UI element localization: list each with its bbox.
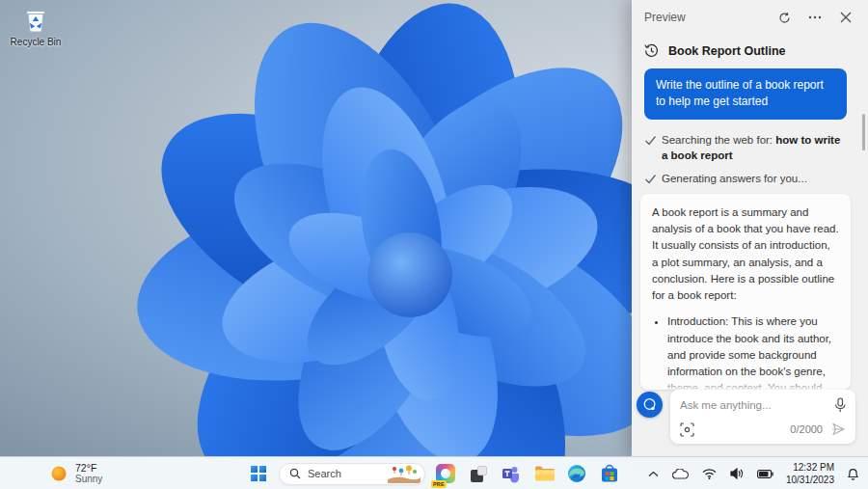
bell-icon <box>847 467 859 480</box>
volume-button[interactable] <box>727 465 746 482</box>
weather-text: 72°F Sunny <box>75 462 102 486</box>
topic-row: Book Report Outline <box>644 43 855 58</box>
taskbar: 72°F Sunny Search <box>0 456 868 489</box>
status-searching: Searching the web for: how to write a bo… <box>644 132 847 164</box>
edge-icon <box>567 464 586 483</box>
search-label: Search <box>308 468 381 479</box>
history-icon <box>644 43 659 58</box>
composer-toolbar: 0/2000 <box>680 421 846 437</box>
weather-temperature: 72°F <box>75 462 102 475</box>
panel-header: Preview <box>632 0 868 35</box>
battery-icon <box>757 470 773 478</box>
new-topic-button[interactable] <box>637 392 663 418</box>
search-box[interactable]: Search <box>279 463 425 485</box>
clock-date: 10/31/2023 <box>786 474 834 486</box>
copilot-pre-badge: PRE <box>431 480 447 488</box>
battery-button[interactable] <box>754 467 776 481</box>
check-icon <box>644 173 657 185</box>
send-icon <box>830 421 846 437</box>
taskbar-app-teams[interactable] <box>499 461 524 486</box>
file-explorer-icon <box>534 465 555 482</box>
close-icon <box>840 12 852 23</box>
search-seasonal-art-icon <box>388 464 420 483</box>
status-list: Searching the web for: how to write a bo… <box>644 132 847 187</box>
taskbar-app-copilot[interactable]: PRE <box>433 461 458 486</box>
more-options-button[interactable] <box>805 8 825 27</box>
hidden-icons-button[interactable] <box>645 468 662 480</box>
check-icon <box>644 134 657 147</box>
microphone-icon[interactable] <box>834 397 846 413</box>
teams-icon <box>502 464 521 483</box>
clock-time: 12:32 PM <box>793 461 834 474</box>
status-generating: Generating answers for you... <box>644 171 847 187</box>
recycle-bin-icon[interactable]: Recycle Bin <box>8 5 64 47</box>
chat-bubble-icon <box>642 397 657 412</box>
panel-scrollbar[interactable] <box>862 114 865 150</box>
notifications-button[interactable] <box>844 464 862 483</box>
wifi-icon <box>702 469 717 479</box>
topic-title: Book Report Outline <box>668 44 786 58</box>
screenshot-icon[interactable] <box>680 422 694 437</box>
start-button[interactable] <box>246 461 271 486</box>
system-tray: 12:32 PM 10/31/2023 <box>645 457 862 489</box>
onedrive-button[interactable] <box>669 466 692 482</box>
close-button[interactable] <box>836 8 855 27</box>
taskbar-app-store[interactable] <box>597 461 622 486</box>
taskbar-center: Search PRE <box>246 457 622 489</box>
recycle-bin-glyph <box>20 5 51 36</box>
char-counter: 0/2000 <box>790 423 823 435</box>
ask-input[interactable] <box>680 399 828 411</box>
status-searching-text: Searching the web for: how to write a bo… <box>662 132 847 164</box>
widgets-button[interactable]: 72°F Sunny <box>42 457 110 489</box>
task-view-icon <box>471 466 487 482</box>
taskbar-app-file-explorer[interactable] <box>531 461 556 486</box>
recycle-bin-label: Recycle Bin <box>11 37 62 47</box>
windows-logo-icon <box>251 466 266 481</box>
answer-paragraph: A book report is a summary and analysis … <box>652 204 839 305</box>
user-message-bubble: Write the outline of a book report to he… <box>644 68 847 120</box>
copilot-panel: Preview <box>632 0 868 456</box>
weather-condition: Sunny <box>75 474 102 485</box>
refresh-button[interactable] <box>774 8 794 27</box>
answer-card: A book report is a summary and analysis … <box>640 194 851 390</box>
answer-bullet-introduction: Introduction: This is where you introduc… <box>667 313 839 390</box>
sun-icon <box>50 465 68 482</box>
panel-title: Preview <box>644 11 763 24</box>
cloud-icon <box>672 469 689 479</box>
screen: Recycle Bin Preview <box>0 0 868 489</box>
input-row <box>680 397 846 413</box>
store-icon <box>600 464 619 483</box>
clock[interactable]: 12:32 PM 10/31/2023 <box>784 461 836 486</box>
status-generating-text: Generating answers for you... <box>662 171 807 187</box>
answer-outline-list: Introduction: This is where you introduc… <box>667 313 839 390</box>
send-button[interactable] <box>830 421 846 437</box>
chevron-up-icon <box>648 471 659 477</box>
search-icon <box>289 468 301 479</box>
composer: 0/2000 <box>637 390 852 444</box>
taskbar-app-task-view[interactable] <box>466 461 491 486</box>
refresh-icon <box>778 12 791 24</box>
speaker-icon <box>730 468 744 479</box>
wifi-button[interactable] <box>699 466 719 482</box>
taskbar-app-edge[interactable] <box>564 461 589 486</box>
chat-input-box: 0/2000 <box>670 390 855 444</box>
ellipsis-icon <box>808 15 822 19</box>
